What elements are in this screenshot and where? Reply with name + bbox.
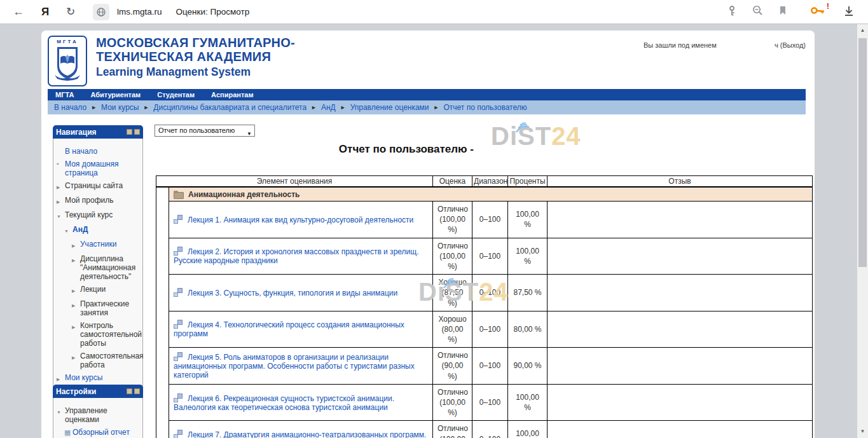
breadcrumb: В начало►Мои курсы►Дисциплины бакалавриа… xyxy=(48,100,806,114)
refresh-icon[interactable]: ↻ xyxy=(62,4,79,20)
download-icon[interactable] xyxy=(843,4,855,20)
select-arrow-icon: ▼ xyxy=(247,128,252,139)
indent-cell xyxy=(156,187,169,438)
lesson-icon xyxy=(174,247,183,256)
grade-cell: Отлично(90,00 %) xyxy=(433,348,472,385)
grade-cell: Хорошо(80,00 %) xyxy=(433,311,472,348)
grade-item-link[interactable]: Лекция 1. Анимация как вид культурно-дос… xyxy=(188,216,413,224)
grade-cell: Отлично(100,00 %) xyxy=(433,238,472,275)
tree-item-label[interactable]: Моя домашняя страница xyxy=(65,160,141,177)
grade-item-link[interactable]: Лекция 5. Роль аниматоров в организации … xyxy=(174,353,415,380)
dock-block-icon[interactable] xyxy=(134,388,140,394)
grade-item-link[interactable]: Лекция 3. Сущность, функция, типология и… xyxy=(188,289,397,298)
address-bar[interactable]: lms.mgta.ru Оценки: Просмотр xyxy=(93,4,249,20)
breadcrumb-separator: ► xyxy=(86,104,101,111)
user-report-table: Элемент оцениванияОценкаДиапазонПроценты… xyxy=(156,175,812,438)
feedback-cell xyxy=(548,421,813,438)
percent-cell: 100,00 % xyxy=(508,202,548,238)
grade-item-link[interactable]: Лекция 2. История и хронология массовых … xyxy=(174,247,419,265)
bookmark-icon[interactable] xyxy=(778,5,788,18)
grade-item-row: Лекция 1. Анимация как вид культурно-дос… xyxy=(156,202,813,238)
settings-tree: ▼Управление оценками▦Обзорный отчет▦Отче… xyxy=(53,398,143,438)
column-header: Отзыв xyxy=(548,176,813,188)
login-info: Вы зашли под именем ч (Выход) xyxy=(644,41,806,49)
grade-item-link[interactable]: Лекция 7. Драматургия анимационно-театра… xyxy=(174,430,426,438)
tree-item-label[interactable]: В начало xyxy=(65,147,97,156)
grid-icon: ▦ xyxy=(64,428,72,437)
tree-item-label[interactable]: Мои курсы xyxy=(65,373,102,384)
tree-item[interactable]: В начало xyxy=(55,147,141,156)
arrow-right-icon: ▶ xyxy=(57,373,65,384)
globe-icon xyxy=(93,4,109,20)
feedback-cell xyxy=(548,238,813,275)
breadcrumb-item[interactable]: В начало xyxy=(54,103,86,112)
hide-block-icon[interactable] xyxy=(127,388,132,394)
tree-item[interactable]: ▼АнД xyxy=(55,225,141,236)
password-key-icon[interactable] xyxy=(726,5,738,19)
settings-block-header: Настройки xyxy=(53,385,143,398)
range-cell: 0–100 xyxy=(472,421,508,438)
breadcrumb-item[interactable]: Дисциплины бакалавриата и специалитета xyxy=(153,103,307,112)
category-cell: Анимационная деятельность xyxy=(169,187,813,202)
yandex-browser-icon[interactable]: Я xyxy=(37,4,53,20)
range-cell: 0–100 xyxy=(472,275,508,311)
tree-item[interactable]: ▦Обзорный отчет xyxy=(55,428,141,437)
arrow-right-icon: ▶ xyxy=(72,285,80,296)
tree-item[interactable]: ▪Моя домашняя страница xyxy=(55,160,141,177)
range-cell: 0–100 xyxy=(472,311,508,348)
arrow-down-icon: ▼ xyxy=(57,406,65,424)
breadcrumb-item[interactable]: АнД xyxy=(321,103,336,112)
main-menu: МГТААбитуриентамСтудентамАспирантам xyxy=(48,89,806,100)
tree-item: ▼Текущий курс xyxy=(55,210,141,221)
watermark-number: 24 xyxy=(551,122,581,150)
tree-item: ▶Контроль самостоятельной работы xyxy=(55,321,141,348)
tree-item-label[interactable]: Участники xyxy=(80,240,116,250)
protect-key-icon[interactable]: ! xyxy=(811,4,825,20)
grade-item-link[interactable]: Лекция 4. Технологический процесс создан… xyxy=(174,320,404,338)
grade-item-link[interactable]: Лекция 6. Рекреационная сущность туристс… xyxy=(174,394,394,412)
arrow-right-icon: ▶ xyxy=(72,321,80,348)
feedback-cell xyxy=(548,202,813,238)
tree-item[interactable]: ▶Участники xyxy=(55,240,141,250)
percent-cell: 90,00 % xyxy=(508,348,548,385)
tree-item[interactable]: ▶Мои курсы xyxy=(55,373,141,384)
scroll-up-icon[interactable]: ▲ xyxy=(857,25,868,36)
breadcrumb-item[interactable]: Отчет по пользователю xyxy=(444,103,527,112)
lesson-icon xyxy=(174,394,183,402)
feedback-cell xyxy=(548,311,813,348)
menu-item[interactable]: Аспирантам xyxy=(211,91,253,99)
lesson-icon xyxy=(174,320,183,329)
percent-cell: 87,50 % xyxy=(508,275,548,311)
hide-block-icon[interactable] xyxy=(127,129,132,135)
tree-item-label: Текущий курс xyxy=(65,210,113,221)
back-icon[interactable]: ← xyxy=(10,4,27,20)
navigation-block-header: Навигация xyxy=(53,125,143,139)
page-title: Отчет по пользователю - xyxy=(156,143,474,156)
tree-item-label[interactable]: Обзорный отчет xyxy=(72,428,130,437)
logo-crest-icon xyxy=(53,44,81,81)
breadcrumb-separator: ► xyxy=(429,104,444,111)
dock-block-icon[interactable] xyxy=(134,129,140,135)
logout-link[interactable]: ч (Выход) xyxy=(775,41,806,49)
item-cell: Лекция 1. Анимация как вид культурно-дос… xyxy=(169,202,433,238)
site-page: МГТА МОСКОВСКАЯ ГУМАНИТАРНО- ТЕХНИЧЕСКАЯ… xyxy=(41,31,815,438)
tree-item: ▶Лекции xyxy=(55,285,141,296)
menu-item[interactable]: Студентам xyxy=(157,91,195,99)
page-scrollbar[interactable]: ▲ ▼ xyxy=(857,24,868,438)
zoom-page-icon[interactable] xyxy=(752,4,764,19)
category-name: Анимационная деятельность xyxy=(188,190,300,199)
breadcrumb-item[interactable]: Управление оценками xyxy=(350,103,429,112)
menu-item[interactable]: МГТА xyxy=(55,91,74,99)
url-text[interactable]: lms.mgta.ru xyxy=(117,7,162,17)
navigation-block: Навигация В начало▪Моя домашняя страница… xyxy=(53,125,143,394)
scrollbar-thumb[interactable] xyxy=(858,38,867,267)
breadcrumb-separator: ► xyxy=(307,104,321,111)
report-type-select[interactable]: Отчет по пользователю ▼ xyxy=(155,125,255,137)
tree-item-label[interactable]: АнД xyxy=(72,225,88,236)
tree-item: ▶Мой профиль xyxy=(55,196,141,207)
item-cell: Лекция 4. Технологический процесс создан… xyxy=(169,311,433,348)
menu-item[interactable]: Абитуриентам xyxy=(90,91,141,99)
breadcrumb-item[interactable]: Мои курсы xyxy=(101,103,139,112)
arrow-right-icon: ▶ xyxy=(57,181,65,192)
scroll-down-icon[interactable]: ▼ xyxy=(857,427,868,437)
